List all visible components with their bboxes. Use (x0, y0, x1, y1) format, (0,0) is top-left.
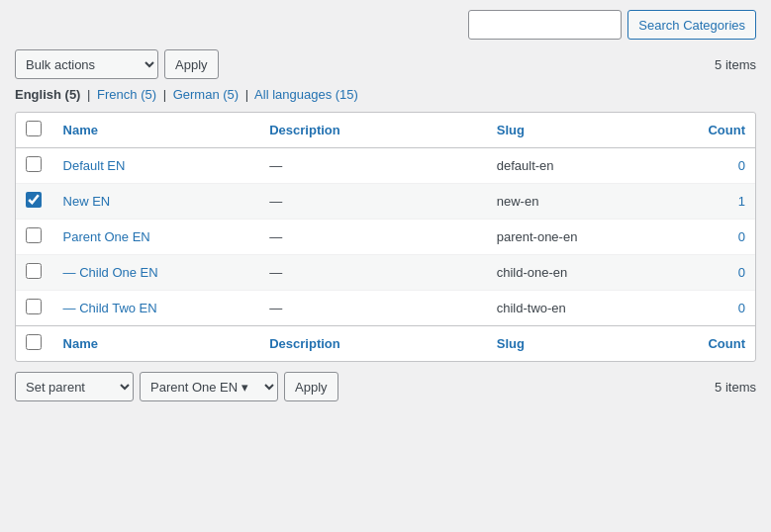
table-row: Default EN — default-en 0 (16, 148, 755, 184)
footer-name[interactable]: Name (53, 326, 260, 362)
row-slug-child-one-en: child-one-en (487, 255, 673, 291)
tab-all-languages[interactable]: All languages (15) (254, 87, 358, 102)
row-checkbox-default-en[interactable] (26, 156, 42, 172)
row-slug-child-two-en: child-two-en (487, 291, 673, 326)
top-bar: Search Categories (15, 10, 756, 40)
footer-slug[interactable]: Slug (487, 326, 673, 362)
search-categories-button[interactable]: Search Categories (627, 10, 756, 40)
row-desc-default-en: — (259, 148, 487, 184)
table-row: Parent One EN — parent-one-en 0 (16, 220, 755, 255)
row-checkbox-parent-one-en[interactable] (26, 227, 42, 243)
categories-table-wrap: Name Description Slug Count Default EN —… (15, 112, 756, 362)
page-wrapper: Search Categories Bulk actions Apply 5 i… (0, 0, 771, 532)
row-name-parent-one-en: Parent One EN (53, 220, 260, 255)
table-row: — Child Two EN — child-two-en 0 (16, 291, 755, 326)
select-all-checkbox[interactable] (26, 121, 42, 136)
row-checkbox-child-one-en[interactable] (26, 263, 42, 279)
bulk-left: Bulk actions Apply (15, 49, 219, 79)
header-count[interactable]: Count (673, 113, 756, 148)
bulk-actions-select[interactable]: Bulk actions (15, 49, 158, 79)
parent-value-select[interactable]: Parent One EN ▾ (140, 372, 278, 401)
table-row: — Child One EN — child-one-en 0 (16, 255, 755, 291)
tab-french[interactable]: French (5) (97, 87, 156, 102)
table-footer-row: Name Description Slug Count (16, 326, 755, 362)
footer-description: Description (259, 326, 487, 362)
row-slug-parent-one-en: parent-one-en (487, 220, 673, 255)
items-count-bottom: 5 items (715, 380, 756, 395)
row-checkbox-new-en[interactable] (26, 192, 42, 208)
language-tabs: English (5) | French (5) | German (5) | … (15, 87, 756, 102)
row-checkbox-child-two-en[interactable] (26, 299, 42, 314)
row-checkbox-cell (16, 220, 53, 255)
cat-link-child-two-en[interactable]: — Child Two EN (63, 301, 157, 315)
row-count-child-two-en: 0 (673, 291, 756, 326)
table-row: New EN — new-en 1 (16, 184, 755, 220)
table-header-row: Name Description Slug Count (16, 113, 755, 148)
footer-select-all-checkbox[interactable] (26, 334, 42, 350)
row-checkbox-cell (16, 255, 53, 291)
search-area: Search Categories (468, 10, 756, 40)
cat-link-parent-one-en[interactable]: Parent One EN (63, 229, 150, 244)
row-checkbox-cell (16, 291, 53, 326)
select-all-header (16, 113, 53, 148)
bottom-left: Set parent Parent One EN ▾ Apply (15, 372, 338, 401)
header-name[interactable]: Name (53, 113, 260, 148)
row-count-new-en: 1 (673, 184, 756, 220)
bottom-apply-button[interactable]: Apply (284, 372, 338, 401)
row-count-default-en: 0 (673, 148, 756, 184)
header-slug[interactable]: Slug (487, 113, 673, 148)
row-name-child-one-en: — Child One EN (53, 255, 260, 291)
row-count-child-one-en: 0 (673, 255, 756, 291)
set-parent-select[interactable]: Set parent (15, 372, 134, 401)
bulk-apply-button[interactable]: Apply (164, 49, 219, 79)
categories-table: Name Description Slug Count Default EN —… (16, 113, 755, 361)
row-desc-parent-one-en: — (259, 220, 487, 255)
row-name-new-en: New EN (53, 184, 260, 220)
row-desc-child-one-en: — (259, 255, 487, 291)
tab-english[interactable]: English (5) (15, 87, 80, 102)
row-name-child-two-en: — Child Two EN (53, 291, 260, 326)
row-slug-new-en: new-en (487, 184, 673, 220)
items-count-top: 5 items (715, 57, 756, 72)
row-checkbox-cell (16, 148, 53, 184)
table-body: Default EN — default-en 0 New EN — new-e… (16, 148, 755, 326)
row-count-parent-one-en: 0 (673, 220, 756, 255)
row-desc-child-two-en: — (259, 291, 487, 326)
header-description[interactable]: Description (259, 113, 487, 148)
search-input[interactable] (468, 10, 622, 40)
row-name-default-en: Default EN (53, 148, 260, 184)
cat-link-new-en[interactable]: New EN (63, 194, 111, 209)
row-checkbox-cell (16, 184, 53, 220)
bulk-bar: Bulk actions Apply 5 items (15, 49, 756, 79)
cat-link-default-en[interactable]: Default EN (63, 158, 126, 173)
footer-checkbox-cell (16, 326, 53, 362)
tab-german[interactable]: German (5) (173, 87, 239, 102)
bottom-bar: Set parent Parent One EN ▾ Apply 5 items (15, 372, 756, 401)
footer-count[interactable]: Count (673, 326, 756, 362)
row-slug-default-en: default-en (487, 148, 673, 184)
row-desc-new-en: — (259, 184, 487, 220)
cat-link-child-one-en[interactable]: — Child One EN (63, 265, 158, 280)
